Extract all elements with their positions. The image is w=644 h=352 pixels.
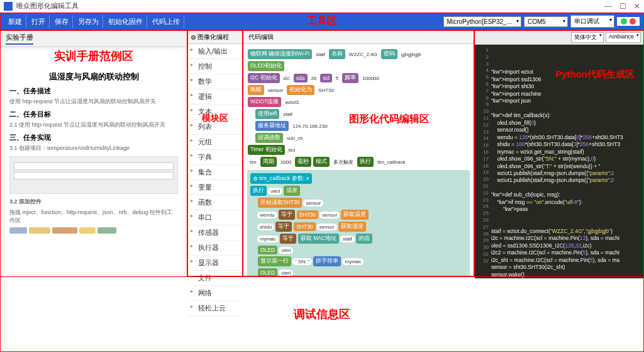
- slot[interactable]: 5: [333, 75, 341, 82]
- block[interactable]: 密码: [381, 49, 397, 59]
- block[interactable]: 回调函数: [255, 133, 283, 143]
- minimize-icon[interactable]: —: [604, 2, 612, 11]
- btn-upload[interactable]: 代码上传: [148, 15, 184, 28]
- close-icon[interactable]: ✕: [634, 2, 640, 11]
- cat-item[interactable]: 输入/输出: [188, 44, 242, 59]
- btn-saveas[interactable]: 另存为: [74, 15, 103, 28]
- block[interactable]: OLED: [258, 268, 277, 276]
- slot[interactable]: SHT30: [316, 87, 336, 94]
- slot[interactable]: 100000: [360, 75, 382, 82]
- slot[interactable]: oled: [279, 270, 293, 276]
- toolbar-left: 新建 打开 保存 另存为 初始化固件 代码上传: [4, 15, 184, 28]
- cat-item[interactable]: 显示器: [188, 256, 242, 271]
- block[interactable]: 显示第一行: [258, 256, 291, 266]
- block-cb-def[interactable]: ⚙ tim_callback 参数: x: [250, 173, 312, 184]
- block[interactable]: 服务器地址: [255, 121, 289, 131]
- block[interactable]: 频率: [342, 73, 358, 83]
- slot[interactable]: oled: [268, 188, 282, 195]
- run-icon[interactable]: [621, 18, 627, 25]
- block[interactable]: 获取湿度: [338, 222, 366, 232]
- block[interactable]: OLED: [258, 246, 277, 254]
- block[interactable]: SHT30: [297, 210, 318, 219]
- slot[interactable]: sensor: [265, 87, 286, 94]
- block[interactable]: 毫秒: [295, 157, 311, 167]
- slot[interactable]: tim: [286, 147, 298, 154]
- block[interactable]: 拼字符串: [313, 256, 341, 266]
- block[interactable]: 初始化为: [287, 85, 314, 95]
- cat-item[interactable]: 逻辑: [188, 89, 242, 105]
- slot[interactable]: tim_callback: [375, 159, 408, 166]
- slot[interactable]: shidu: [257, 224, 274, 230]
- slot[interactable]: i2c: [281, 75, 292, 82]
- cat-item[interactable]: 变量: [188, 180, 242, 195]
- slot[interactable]: sensor: [319, 212, 340, 219]
- slot[interactable]: gjbgjbgjb: [399, 51, 424, 58]
- block[interactable]: 名称: [329, 49, 345, 59]
- slot[interactable]: wendu: [257, 212, 277, 219]
- board-select[interactable]: MicroPython[ESP32_...: [443, 16, 521, 27]
- block[interactable]: 等于: [275, 222, 292, 232]
- block[interactable]: 等于: [279, 210, 295, 220]
- block[interactable]: 获取温度: [341, 210, 369, 220]
- btn-save[interactable]: 保存: [51, 15, 73, 28]
- slot[interactable]: staif: [280, 111, 295, 118]
- block-timer[interactable]: Timer 初始化: [248, 145, 285, 155]
- block-wake[interactable]: 唤醒: [248, 85, 264, 95]
- doc-s1: 一、任务描述: [9, 86, 178, 96]
- cat-item[interactable]: 元组: [188, 135, 242, 150]
- cat-item[interactable]: 控制: [188, 59, 242, 74]
- cat-item[interactable]: 串口: [188, 210, 242, 225]
- slot[interactable]: 多次触发: [331, 158, 356, 166]
- slot[interactable]: 1000: [278, 159, 294, 166]
- block-wifi[interactable]: 物联网 确保连接到Wi-Fi: [248, 49, 312, 59]
- block[interactable]: 周期: [260, 157, 277, 167]
- slot[interactable]: sensor: [317, 224, 337, 230]
- debug-select[interactable]: 串口调试: [570, 15, 614, 28]
- block-wziot[interactable]: WZIOT连接: [248, 97, 281, 107]
- slot[interactable]: WZZC_2.4G: [347, 51, 380, 58]
- slot[interactable]: staif: [313, 51, 328, 58]
- cat-item[interactable]: 数学: [188, 74, 242, 89]
- maximize-icon[interactable]: ☐: [619, 2, 626, 11]
- cat-item[interactable]: 传感器: [188, 225, 242, 241]
- slot[interactable]: wziot1: [282, 99, 302, 106]
- block[interactable]: 执行: [250, 186, 267, 196]
- btn-initfw[interactable]: 初始化固件: [104, 15, 147, 28]
- slot[interactable]: oled: [279, 247, 293, 254]
- block[interactable]: scl: [320, 74, 331, 82]
- slot[interactable]: " SN: ": [292, 258, 312, 265]
- block[interactable]: 开始读取SHT30: [258, 198, 302, 208]
- block[interactable]: 执行: [357, 157, 374, 167]
- block[interactable]: 等于: [280, 234, 296, 244]
- block[interactable]: SHT30: [294, 222, 315, 231]
- slot[interactable]: 124.70.166.230: [290, 123, 330, 130]
- port-select[interactable]: COM5: [524, 16, 568, 27]
- slot[interactable]: sub_cb: [284, 135, 306, 142]
- block[interactable]: sda: [294, 74, 308, 82]
- slot[interactable]: mymac: [342, 258, 364, 265]
- btn-new[interactable]: 新建: [4, 15, 26, 28]
- blocks-canvas[interactable]: 物联网 确保连接到Wi-Fistaif名称WZZC_2.4G密码gjbgjbgj…: [243, 44, 474, 276]
- slot[interactable]: sensor: [303, 200, 323, 207]
- slot[interactable]: mymac: [257, 236, 279, 242]
- slot[interactable]: 26: [309, 75, 319, 82]
- block-callback-group[interactable]: ⚙ tim_callback 参数: x 执行oled清屏 开始读取SHT30s…: [247, 170, 470, 276]
- lang-select[interactable]: 简体中文: [571, 32, 604, 43]
- block[interactable]: 清屏: [284, 186, 300, 196]
- cat-item[interactable]: 函数: [188, 195, 242, 210]
- theme-select[interactable]: Ambiance: [606, 32, 641, 43]
- btn-open[interactable]: 打开: [28, 15, 50, 28]
- block-oled-init[interactable]: OLED初始化: [248, 61, 284, 71]
- cat-item[interactable]: 执行器: [188, 241, 242, 256]
- cat-item[interactable]: 集合: [188, 165, 242, 180]
- slot[interactable]: staif: [340, 236, 355, 242]
- stop-icon[interactable]: [630, 18, 636, 25]
- block[interactable]: 获取 MAC地址: [298, 234, 339, 244]
- manual-tab-label[interactable]: 实验手册: [6, 33, 33, 45]
- block-i2c[interactable]: I2C 初始化: [248, 73, 280, 83]
- slot[interactable]: tim: [247, 159, 259, 166]
- cat-item[interactable]: 字典: [188, 150, 242, 165]
- block[interactable]: 使用wifi: [255, 109, 279, 119]
- block[interactable]: 模式: [313, 157, 330, 167]
- block[interactable]: 的值: [356, 234, 372, 244]
